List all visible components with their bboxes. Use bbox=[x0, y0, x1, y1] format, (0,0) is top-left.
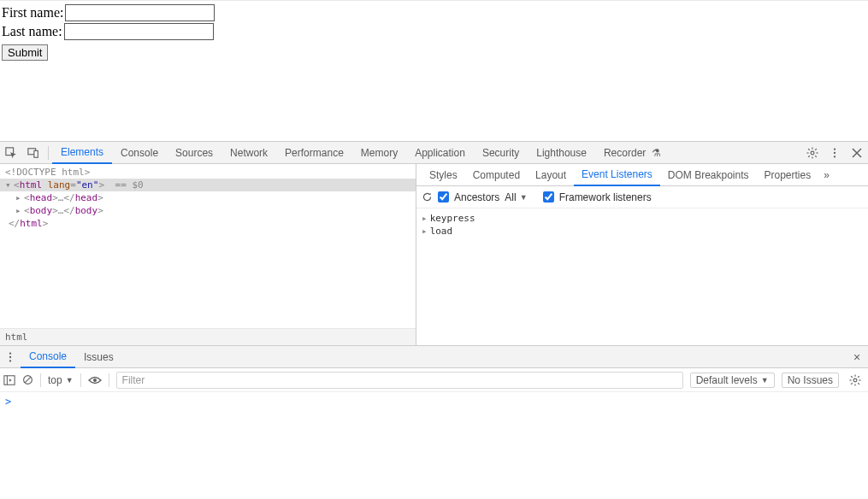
expand-icon[interactable]: ▸ bbox=[15, 192, 22, 203]
refresh-icon[interactable] bbox=[422, 191, 433, 203]
tab-recorder[interactable]: Recorder ⚗ bbox=[595, 142, 670, 164]
dom-doctype[interactable]: <!DOCTYPE html> bbox=[0, 166, 416, 179]
close-devtools-icon[interactable] bbox=[846, 142, 868, 164]
devtools-tabbar: Elements Console Sources Network Perform… bbox=[0, 142, 868, 164]
last-name-label: Last name: bbox=[2, 24, 62, 39]
console-drawer: Console Issues × top ▼ Defaul bbox=[0, 345, 868, 499]
inspect-icon[interactable] bbox=[0, 142, 22, 164]
svg-point-13 bbox=[834, 151, 836, 153]
drawer-menu-icon[interactable] bbox=[0, 351, 21, 363]
svg-line-33 bbox=[858, 376, 859, 378]
console-toolbar: top ▼ Default levels ▼ No Issues bbox=[0, 368, 868, 392]
console-sidebar-toggle-icon[interactable] bbox=[3, 374, 15, 386]
first-name-label: First name: bbox=[2, 5, 63, 21]
expand-icon[interactable]: ▸ bbox=[15, 205, 22, 216]
listener-item[interactable]: ▸load bbox=[422, 225, 863, 238]
devtools: Elements Console Sources Network Perform… bbox=[0, 141, 868, 499]
listener-list: ▸keypress ▸load bbox=[416, 208, 868, 345]
tab-network[interactable]: Network bbox=[221, 142, 276, 164]
svg-point-24 bbox=[93, 379, 97, 382]
side-tabs-more-icon[interactable]: » bbox=[818, 169, 835, 181]
dom-html-open[interactable]: ▾<html lang="en"> == $0 bbox=[0, 179, 416, 191]
svg-line-31 bbox=[858, 383, 859, 385]
expand-icon[interactable]: ▾ bbox=[5, 179, 12, 191]
first-name-row: First name: bbox=[2, 4, 866, 21]
side-tab-event-listeners[interactable]: Event Listeners bbox=[574, 164, 660, 186]
ancestors-label: Ancestors bbox=[454, 191, 499, 203]
rendered-page: First name: Last name: Submit bbox=[0, 0, 868, 141]
side-tab-dom-breakpoints[interactable]: DOM Breakpoints bbox=[660, 164, 757, 186]
svg-line-30 bbox=[851, 376, 853, 378]
tab-application[interactable]: Application bbox=[406, 142, 474, 164]
side-tab-properties[interactable]: Properties bbox=[757, 164, 819, 186]
svg-rect-2 bbox=[34, 150, 38, 157]
chevron-down-icon: ▼ bbox=[761, 376, 769, 385]
last-name-input[interactable] bbox=[64, 23, 214, 40]
listener-toolbar: Ancestors All ▼ Framework listeners bbox=[416, 186, 868, 208]
svg-line-8 bbox=[808, 149, 810, 150]
svg-line-9 bbox=[815, 156, 817, 157]
svg-point-12 bbox=[834, 148, 836, 150]
svg-point-14 bbox=[834, 156, 836, 157]
tab-performance[interactable]: Performance bbox=[276, 142, 352, 164]
dom-body[interactable]: ▸<body>…</body> bbox=[0, 204, 416, 217]
chevron-down-icon: ▼ bbox=[520, 193, 528, 202]
separator bbox=[48, 146, 49, 160]
tab-console[interactable]: Console bbox=[112, 142, 167, 164]
separator bbox=[40, 373, 41, 387]
live-expression-icon[interactable] bbox=[88, 375, 102, 385]
svg-point-3 bbox=[811, 151, 814, 155]
framework-checkbox[interactable] bbox=[543, 191, 554, 203]
tab-lighthouse[interactable]: Lighthouse bbox=[528, 142, 595, 164]
svg-line-23 bbox=[25, 377, 31, 383]
expand-icon[interactable]: ▸ bbox=[422, 213, 428, 224]
drawer-tab-console[interactable]: Console bbox=[21, 346, 75, 368]
side-tab-styles[interactable]: Styles bbox=[422, 164, 465, 186]
dom-tree[interactable]: <!DOCTYPE html> ▾<html lang="en"> == $0 … bbox=[0, 164, 416, 328]
svg-line-32 bbox=[851, 383, 853, 385]
svg-point-17 bbox=[9, 352, 11, 354]
separator bbox=[109, 373, 109, 387]
expand-icon[interactable]: ▸ bbox=[422, 226, 428, 237]
svg-point-25 bbox=[853, 379, 857, 382]
tab-sources[interactable]: Sources bbox=[167, 142, 221, 164]
dom-html-close[interactable]: </html> bbox=[0, 217, 416, 230]
device-toggle-icon[interactable] bbox=[22, 142, 44, 164]
side-tab-computed[interactable]: Computed bbox=[465, 164, 528, 186]
side-tabs: Styles Computed Layout Event Listeners D… bbox=[416, 164, 868, 186]
listener-item[interactable]: ▸keypress bbox=[422, 212, 863, 225]
console-body[interactable]: > bbox=[0, 392, 868, 499]
elements-panel: <!DOCTYPE html> ▾<html lang="en"> == $0 … bbox=[0, 164, 416, 345]
chevron-down-icon: ▼ bbox=[66, 376, 74, 385]
log-level-select[interactable]: Default levels ▼ bbox=[690, 373, 775, 388]
tab-memory[interactable]: Memory bbox=[352, 142, 406, 164]
last-name-row: Last name: bbox=[2, 23, 866, 40]
context-select[interactable]: top ▼ bbox=[48, 374, 74, 386]
scope-select[interactable]: All ▼ bbox=[505, 191, 527, 203]
kebab-menu-icon[interactable] bbox=[824, 142, 846, 164]
console-prompt: > bbox=[5, 396, 11, 408]
ancestors-checkbox[interactable] bbox=[438, 191, 449, 203]
dom-head[interactable]: ▸<head>…</head> bbox=[0, 191, 416, 204]
styles-panel: Styles Computed Layout Event Listeners D… bbox=[416, 164, 868, 345]
devtools-main: <!DOCTYPE html> ▾<html lang="en"> == $0 … bbox=[0, 164, 868, 345]
console-settings-icon[interactable] bbox=[846, 374, 865, 386]
side-tab-layout[interactable]: Layout bbox=[528, 164, 574, 186]
console-filter-input[interactable] bbox=[116, 372, 683, 389]
recorder-flask-icon: ⚗ bbox=[649, 147, 661, 159]
clear-console-icon[interactable] bbox=[22, 374, 33, 385]
tab-elements[interactable]: Elements bbox=[52, 142, 112, 164]
tab-security[interactable]: Security bbox=[474, 142, 528, 164]
submit-button[interactable]: Submit bbox=[2, 44, 48, 61]
settings-icon[interactable] bbox=[801, 142, 824, 164]
close-drawer-icon[interactable]: × bbox=[846, 350, 868, 364]
first-name-input[interactable] bbox=[65, 4, 215, 21]
svg-point-18 bbox=[9, 355, 11, 357]
svg-line-11 bbox=[815, 149, 817, 150]
issues-pill[interactable]: No Issues bbox=[782, 373, 839, 388]
breadcrumb[interactable]: html bbox=[0, 328, 416, 345]
svg-line-10 bbox=[808, 156, 810, 157]
drawer-tab-issues[interactable]: Issues bbox=[75, 346, 122, 368]
console-drawer-tabs: Console Issues × bbox=[0, 346, 868, 368]
framework-label: Framework listeners bbox=[559, 191, 652, 203]
